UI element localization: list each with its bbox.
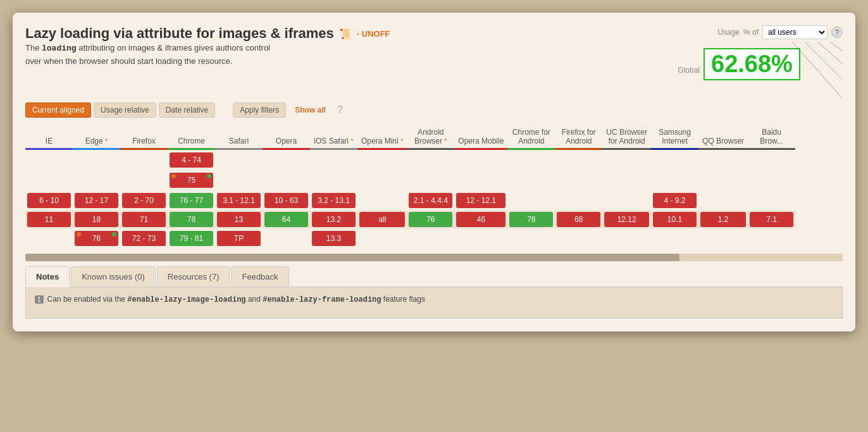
cell-android-3: 2.1 - 4.4.4: [407, 190, 454, 211]
note-code-1: #enable-lazy-image-loading: [127, 295, 245, 304]
cell-safari-5: TP: [215, 228, 263, 249]
col-samsung: SamsungInternet: [651, 125, 698, 149]
filter-row: Current aligned Usage relative Date rela…: [25, 102, 843, 118]
col-firefox-android: Firefox forAndroid: [555, 125, 602, 149]
current-aligned-button[interactable]: Current aligned: [25, 102, 91, 118]
cell-firefox-android-4: 68: [555, 211, 602, 228]
tab-resources[interactable]: Resources (7): [157, 266, 230, 287]
cell-uc-5: [602, 228, 651, 249]
page-title: Lazy loading via attribute for images & …: [25, 25, 334, 42]
filter-help-icon[interactable]: ?: [337, 104, 343, 116]
compat-table: IE Edge * Firefox Chrome Safari Opera iO…: [25, 125, 795, 249]
help-button[interactable]: ?: [831, 27, 843, 38]
col-edge: Edge *: [73, 125, 120, 149]
title-column: Lazy loading via attribute for images & …: [25, 25, 678, 76]
cell-safari-1: [215, 149, 263, 171]
cell-ios-5: 13.3: [310, 228, 357, 249]
table-row: 6 - 10 12 - 17 2 - 70 76 - 77 3.1 - 12.1…: [25, 190, 795, 211]
col-opera-mini: Opera Mini *: [357, 125, 407, 149]
cell-chrome-android-5: [507, 228, 555, 249]
cell-firefox-4: 71: [120, 211, 168, 228]
global-percent: 62.68%: [704, 48, 800, 80]
table-row: 75: [25, 170, 795, 190]
cell-uc-4: 12.12: [602, 211, 651, 228]
notes-content: 1 Can be enabled via the #enable-lazy-im…: [25, 287, 843, 319]
cell-qq-5: [698, 228, 748, 249]
cell-firefox-android-3: [555, 190, 602, 211]
cell-uc-1: [602, 149, 651, 171]
cell-chrome-android-2: [507, 170, 555, 190]
cell-baidu-5: [748, 228, 795, 249]
cell-opera-4: 64: [263, 211, 310, 228]
cell-edge-2: [73, 170, 120, 190]
cell-uc-2: [602, 170, 651, 190]
cell-opmini-3: [357, 190, 407, 211]
cell-chrome-android-1: [507, 149, 555, 171]
cell-firefox-1: [120, 149, 168, 171]
cell-samsung-5: [651, 228, 698, 249]
cell-opmini-2: [357, 170, 407, 190]
col-safari: Safari: [215, 125, 263, 149]
table-row: 76 72 - 73 79 - 81 TP 13.3: [25, 228, 795, 249]
cell-safari-3: 3.1 - 12.1: [215, 190, 263, 211]
tab-feedback[interactable]: Feedback: [231, 266, 288, 287]
cell-opmobile-5: [454, 228, 507, 249]
cell-opmini-4: all: [357, 211, 407, 228]
title-stats-row: Lazy loading via attribute for images & …: [25, 25, 843, 102]
cell-opmobile-4: 46: [454, 211, 507, 228]
cell-android-4: 76: [407, 211, 454, 228]
cell-ie-1: [25, 149, 73, 171]
cell-ios-2: [310, 170, 357, 190]
cell-ie-3: 6 - 10: [25, 190, 73, 211]
table-row: 4 - 74: [25, 149, 795, 171]
col-ios-safari: iOS Safari *: [310, 125, 357, 149]
usage-relative-button[interactable]: Usage relative: [94, 102, 156, 118]
scrollbar-thumb[interactable]: [25, 254, 679, 261]
cell-baidu-2: [748, 170, 795, 190]
date-relative-button[interactable]: Date relative: [159, 102, 215, 118]
cell-opera-2: [263, 170, 310, 190]
cell-edge-5: 76: [73, 228, 120, 249]
cell-qq-3: [698, 190, 748, 211]
usage-label: Usage: [717, 28, 740, 37]
tabs-row: Notes Known issues (0) Resources (7) Fee…: [25, 266, 843, 287]
cell-ios-1: [310, 149, 357, 171]
cell-samsung-4: 10.1: [651, 211, 698, 228]
cell-ios-4: 13.2: [310, 211, 357, 228]
cell-edge-4: 18: [73, 211, 120, 228]
cell-ie-4: 11: [25, 211, 73, 228]
cell-android-2: [407, 170, 454, 190]
stats-column: Usage % of all users tracked users ? Glo…: [678, 25, 843, 102]
tab-known-issues[interactable]: Known issues (0): [71, 266, 156, 287]
col-baidu: BaiduBrow...: [748, 125, 795, 149]
table-scroll-container[interactable]: IE Edge * Firefox Chrome Safari Opera iO…: [25, 125, 843, 249]
tab-notes[interactable]: Notes: [25, 266, 70, 287]
cell-samsung-2: [651, 170, 698, 190]
cell-qq-2: [698, 170, 748, 190]
percent-of-label: % of: [743, 28, 759, 37]
title-row: Lazy loading via attribute for images & …: [25, 25, 678, 42]
table-header-row: IE Edge * Firefox Chrome Safari Opera iO…: [25, 125, 795, 149]
cell-samsung-1: [651, 149, 698, 171]
cell-android-5: [407, 228, 454, 249]
cell-safari-2: [215, 170, 263, 190]
horizontal-scrollbar[interactable]: [25, 254, 843, 261]
cell-uc-3: [602, 190, 651, 211]
cell-baidu-4: 7.1: [748, 211, 795, 228]
note-number: 1: [35, 295, 44, 304]
cell-baidu-3: [748, 190, 795, 211]
cell-chrome-1: 4 - 74: [168, 149, 215, 171]
cell-firefox-android-1: [555, 149, 602, 171]
apply-filters-button[interactable]: Apply filters: [233, 102, 286, 118]
cell-opmobile-2: [454, 170, 507, 190]
description: The loading attributing on images & ifra…: [25, 42, 678, 67]
cell-android-1: [407, 149, 454, 171]
cell-firefox-2: [120, 170, 168, 190]
show-all-button[interactable]: Show all: [288, 103, 332, 117]
global-label: Global: [678, 66, 700, 75]
status-badge: - UNOFF: [357, 29, 390, 39]
cell-opmobile-1: [454, 149, 507, 171]
col-chrome: Chrome: [168, 125, 215, 149]
user-select[interactable]: all users tracked users: [762, 25, 828, 39]
col-opera: Opera: [263, 125, 310, 149]
